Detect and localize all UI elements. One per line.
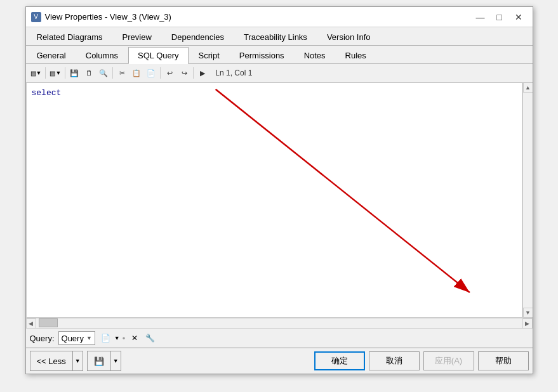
query-extra-btn[interactable]: 🔧 bbox=[143, 331, 157, 345]
help-button[interactable]: 帮助 bbox=[478, 351, 529, 370]
toolbar-copy-btn[interactable]: 📋 bbox=[130, 66, 143, 80]
tab-traceability-links[interactable]: Traceability Links bbox=[234, 29, 317, 45]
sql-editor[interactable]: select bbox=[27, 83, 522, 317]
query-type-dropdown[interactable]: Query ▼ bbox=[58, 331, 95, 345]
tab-rules[interactable]: Rules bbox=[336, 47, 376, 63]
tab-preview[interactable]: Preview bbox=[113, 29, 161, 45]
vertical-scrollbar[interactable]: ▲ ▼ bbox=[522, 82, 533, 318]
query-dropdown-arrow-icon: ▼ bbox=[86, 335, 92, 341]
query-btn-sep: ▼ bbox=[114, 335, 120, 341]
toolbar-run-btn[interactable]: ▶ bbox=[196, 66, 209, 80]
toolbar-btn-2[interactable]: 🗒 bbox=[82, 66, 96, 80]
toolbar-dropdown-1[interactable]: ▤ ▼ bbox=[29, 66, 44, 80]
tab-row-2: General Columns SQL Query Script Permiss… bbox=[26, 46, 533, 64]
window-title: View Properties - View_3 (View_3) bbox=[45, 12, 171, 22]
toolbar-undo-btn[interactable]: ↩ bbox=[163, 66, 176, 80]
query-dropdown-value: Query bbox=[62, 334, 84, 343]
ok-button[interactable]: 确定 bbox=[314, 351, 365, 370]
minimize-button[interactable]: — bbox=[472, 10, 489, 24]
toolbar-sep-5 bbox=[193, 67, 194, 79]
title-buttons: — □ ✕ bbox=[472, 10, 528, 24]
scroll-left-arrow[interactable]: ◀ bbox=[26, 318, 36, 329]
toolbar-sep-1 bbox=[45, 67, 46, 79]
save-btn-group: 💾 ▼ bbox=[87, 351, 121, 371]
scroll-track-v bbox=[523, 93, 533, 308]
tab-row-1: Related Diagrams Preview Dependencies Tr… bbox=[26, 27, 533, 46]
tab-version-info[interactable]: Version Info bbox=[317, 29, 380, 45]
less-button[interactable]: << Less bbox=[30, 351, 72, 370]
toolbar-dropdown-2[interactable]: ▤ ▼ bbox=[48, 66, 63, 80]
toolbar-paste-btn[interactable]: 📄 bbox=[144, 66, 158, 80]
tab-general[interactable]: General bbox=[27, 47, 76, 63]
query-bar: Query: Query ▼ 📄 ▼ • ✕ 🔧 bbox=[26, 328, 533, 348]
toolbar-save-btn[interactable]: 💾 bbox=[67, 66, 81, 80]
query-new-btn[interactable]: 📄 bbox=[99, 331, 113, 345]
save-split-button[interactable]: 💾 bbox=[88, 351, 110, 370]
editor-area: select ▲ ▼ bbox=[26, 82, 533, 318]
tab-dependencies[interactable]: Dependencies bbox=[162, 29, 234, 45]
tab-related-diagrams[interactable]: Related Diagrams bbox=[27, 29, 112, 45]
editor-toolbar: ▤ ▼ ▤ ▼ 💾 🗒 🔍 ✂ 📋 📄 ↩ bbox=[26, 64, 533, 82]
tab-sql-query[interactable]: SQL Query bbox=[128, 47, 189, 64]
tab-script[interactable]: Script bbox=[189, 47, 229, 63]
bottom-bar: << Less ▼ 💾 ▼ 确定 取消 应用(A) 帮助 bbox=[26, 348, 533, 374]
title-bar-left: V View Properties - View_3 (View_3) bbox=[31, 12, 171, 22]
cancel-button[interactable]: 取消 bbox=[369, 351, 420, 370]
scroll-down-arrow[interactable]: ▼ bbox=[523, 308, 533, 318]
less-button-arrow[interactable]: ▼ bbox=[72, 351, 83, 370]
maximize-button[interactable]: □ bbox=[491, 10, 508, 24]
scroll-right-arrow[interactable]: ▶ bbox=[522, 318, 533, 329]
main-window: V View Properties - View_3 (View_3) — □ … bbox=[25, 6, 533, 374]
close-button[interactable]: ✕ bbox=[510, 10, 528, 24]
toolbar-sep-3 bbox=[112, 67, 113, 79]
editor-content[interactable]: select bbox=[26, 82, 522, 318]
toolbar-btn-3[interactable]: 🔍 bbox=[96, 66, 110, 80]
apply-button[interactable]: 应用(A) bbox=[423, 351, 474, 370]
less-btn-group: << Less ▼ bbox=[30, 351, 83, 371]
toolbar-sep-2 bbox=[65, 67, 65, 79]
window-icon: V bbox=[31, 12, 41, 22]
toolbar-redo-btn[interactable]: ↪ bbox=[177, 66, 191, 80]
title-bar: V View Properties - View_3 (View_3) — □ … bbox=[26, 7, 533, 27]
tab-permissions[interactable]: Permissions bbox=[230, 47, 294, 63]
save-split-arrow[interactable]: ▼ bbox=[110, 351, 121, 370]
scroll-thumb-h[interactable] bbox=[39, 318, 58, 327]
tab-notes[interactable]: Notes bbox=[295, 47, 335, 63]
horizontal-scrollbar-row: ◀ ▶ bbox=[26, 318, 533, 328]
toolbar-sep-4 bbox=[160, 67, 161, 79]
tab-columns[interactable]: Columns bbox=[76, 47, 128, 63]
toolbar-cut-btn[interactable]: ✂ bbox=[115, 66, 129, 80]
scroll-track-h[interactable] bbox=[36, 318, 522, 328]
query-close-btn[interactable]: ✕ bbox=[128, 331, 142, 345]
scroll-up-arrow[interactable]: ▲ bbox=[523, 82, 533, 93]
query-action-buttons: 📄 ▼ • ✕ 🔧 bbox=[99, 331, 157, 345]
query-label: Query: bbox=[30, 334, 55, 343]
cursor-position: Ln 1, Col 1 bbox=[215, 69, 252, 77]
